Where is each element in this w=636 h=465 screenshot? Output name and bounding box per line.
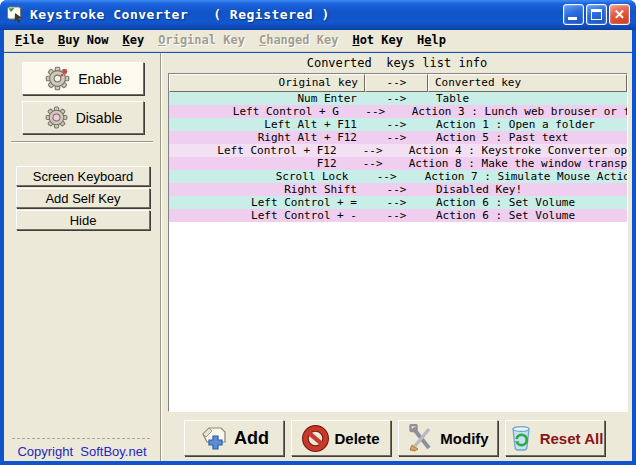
key-list-row[interactable]: Right Alt + F12-->Action 5 : Past text <box>169 131 627 144</box>
arrow-cell: --> <box>365 196 428 209</box>
menu-item-original-key: Original Key <box>151 31 252 50</box>
key-list-row[interactable]: Left Alt + F11-->Action 1 : Open a folde… <box>169 118 627 131</box>
original-key-cell: Left Control + - <box>169 209 365 222</box>
arrow-cell: --> <box>365 131 428 144</box>
key-list-row[interactable]: Right Shift-->Disabled Key! <box>169 183 627 196</box>
menu-item-help[interactable]: Help <box>410 31 453 50</box>
client-area: Enable Disable Screen Keyboard Ad <box>4 53 632 461</box>
menu-item-key[interactable]: Key <box>116 31 152 50</box>
reset-all-label: Reset All <box>540 430 604 447</box>
gear-enable-icon <box>44 65 71 92</box>
key-list-row[interactable]: Left Control + --->Action 6 : Set Volume <box>169 209 627 222</box>
delete-icon <box>302 425 329 452</box>
original-key-cell: Left Control + F12 <box>169 144 345 157</box>
disable-button[interactable]: Disable <box>22 101 144 134</box>
main-panel: Converted keys list info Original key --… <box>162 53 632 461</box>
original-key-cell: Scroll Lock <box>169 170 357 183</box>
converted-key-cell: Action 6 : Set Volume <box>428 196 627 209</box>
modify-icon <box>407 424 435 452</box>
arrow-cell: --> <box>357 170 417 183</box>
maximize-icon <box>591 9 602 20</box>
original-key-cell: Right Alt + F12 <box>169 131 365 144</box>
maximize-button[interactable] <box>586 4 607 25</box>
screen-keyboard-label: Screen Keyboard <box>33 169 133 184</box>
modify-button[interactable]: Modify <box>398 420 498 456</box>
hide-button[interactable]: Hide <box>16 210 150 230</box>
sidebar-separator <box>11 141 153 143</box>
menu-item-changed-key: Changed Key <box>252 31 345 50</box>
modify-label: Modify <box>440 430 488 447</box>
list-title: Converted keys list info <box>162 56 632 70</box>
converted-key-cell: Action 4 : Keystroke Converter ope... <box>401 144 627 157</box>
key-list-row[interactable]: Scroll Lock-->Action 7 : Simulate Mouse … <box>169 170 627 183</box>
window-title: Keystroke Converter ( Registered ) <box>30 7 563 22</box>
arrow-cell: --> <box>345 157 401 170</box>
arrow-cell: --> <box>365 183 428 196</box>
minimize-button[interactable] <box>563 4 584 25</box>
title-bar[interactable]: Keystroke Converter ( Registered ) ✕ <box>0 0 636 30</box>
original-key-cell: Left Control + G <box>169 105 347 118</box>
original-key-cell: Right Shift <box>169 183 365 196</box>
action-bar: Add Delete <box>162 420 632 456</box>
disable-label: Disable <box>76 110 123 126</box>
delete-label: Delete <box>334 430 379 447</box>
app-window: Keystroke Converter ( Registered ) ✕ Fil… <box>0 0 636 465</box>
add-icon <box>199 424 229 452</box>
key-list-row[interactable]: Left Control + G-->Action 3 : Lunch web … <box>169 105 627 118</box>
converted-key-cell: Action 8 : Make the window transpa... <box>401 157 627 170</box>
reset-all-icon <box>507 424 535 452</box>
minimize-icon <box>568 17 577 20</box>
list-header: Original key --> Converted key <box>169 74 627 92</box>
arrow-cell: --> <box>347 105 404 118</box>
key-list-row[interactable]: Left Control + F12-->Action 4 : Keystrok… <box>169 144 627 157</box>
screen-keyboard-button[interactable]: Screen Keyboard <box>16 166 150 186</box>
menu-item-file[interactable]: File <box>8 31 51 50</box>
converted-key-cell: Disabled Key! <box>428 183 627 196</box>
menu-bar: File Buy Now Key Original Key Changed Ke… <box>4 30 632 52</box>
copyright-text: Copyright SoftBoy.net <box>4 444 160 459</box>
converted-key-cell: Action 6 : Set Volume <box>428 209 627 222</box>
enable-label: Enable <box>78 71 122 87</box>
add-button[interactable]: Add <box>184 420 284 456</box>
original-key-cell: Left Control + = <box>169 196 365 209</box>
app-icon <box>6 5 25 24</box>
column-header-converted-key[interactable]: Converted key <box>428 74 627 92</box>
original-key-cell: Left Alt + F11 <box>169 118 365 131</box>
hide-label: Hide <box>70 213 97 228</box>
key-list-row[interactable]: Left Control + =-->Action 6 : Set Volume <box>169 196 627 209</box>
close-icon: ✕ <box>610 5 629 24</box>
original-key-cell: Num Enter <box>169 92 365 105</box>
reset-all-button[interactable]: Reset All <box>505 420 605 456</box>
arrow-cell: --> <box>365 209 428 222</box>
key-list-rows: Num Enter-->TableLeft Control + G-->Acti… <box>169 92 627 411</box>
menu-item-buy-now[interactable]: Buy Now <box>51 31 116 50</box>
gear-disable-icon <box>44 105 69 130</box>
copyright-separator <box>12 438 150 439</box>
add-label: Add <box>234 428 269 449</box>
add-self-key-button[interactable]: Add Self Key <box>16 188 150 208</box>
add-self-key-label: Add Self Key <box>45 191 120 206</box>
sidebar: Enable Disable Screen Keyboard Ad <box>4 53 161 461</box>
converted-key-cell: Action 1 : Open a folder <box>428 118 627 131</box>
original-key-cell: F12 <box>169 157 345 170</box>
converted-key-cell: Action 3 : Lunch web brouser or file <box>404 105 627 118</box>
key-list-row[interactable]: F12-->Action 8 : Make the window transpa… <box>169 157 627 170</box>
close-button[interactable]: ✕ <box>609 4 630 25</box>
converted-key-cell: Table <box>428 92 627 105</box>
key-list-row[interactable]: Num Enter-->Table <box>169 92 627 105</box>
converted-keys-list[interactable]: Original key --> Converted key Num Enter… <box>168 73 628 412</box>
converted-key-cell: Action 5 : Past text <box>428 131 627 144</box>
arrow-cell: --> <box>365 118 428 131</box>
column-header-arrow[interactable]: --> <box>365 74 428 92</box>
delete-button[interactable]: Delete <box>291 420 391 456</box>
enable-button[interactable]: Enable <box>22 62 144 95</box>
converted-key-cell: Action 7 : Simulate Mouse Action <box>417 170 627 183</box>
arrow-cell: --> <box>365 92 428 105</box>
menu-item-hot-key[interactable]: Hot Key <box>345 31 410 50</box>
arrow-cell: --> <box>345 144 401 157</box>
column-header-original-key[interactable]: Original key <box>169 74 365 92</box>
